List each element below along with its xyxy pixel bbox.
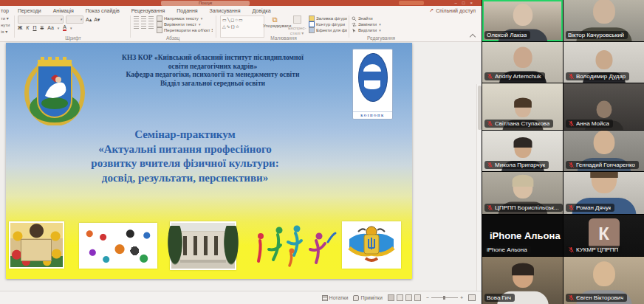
participant-tile[interactable]: iPhone Альона iPhone Альона <box>482 215 563 256</box>
bold-button[interactable]: Ж <box>18 25 22 30</box>
convert-smartart-button[interactable]: Перетворити на об'єкт SmartArt▾ <box>157 27 213 33</box>
view-switcher <box>388 294 421 301</box>
titlebar-highlight-button[interactable] <box>399 1 424 5</box>
tree-shape <box>167 226 183 267</box>
participant-tile[interactable]: Володимир Дудар <box>564 42 644 83</box>
participant-name-label: Микола Пригарчук <box>484 161 549 169</box>
scrollbar-thumb[interactable] <box>478 86 482 130</box>
shrink-font-button[interactable]: А▾ <box>94 17 100 23</box>
shape-fill-button[interactable]: Заливка фігури▾ <box>309 15 347 21</box>
bullets-icon[interactable] <box>134 16 139 21</box>
zoom-out-icon[interactable]: − <box>426 295 429 300</box>
find-button[interactable]: Знайти <box>352 15 411 21</box>
indent-icon[interactable] <box>148 16 154 21</box>
normal-view-button[interactable] <box>388 294 394 301</box>
quick-styles-button[interactable]: Експрес- стилі ▾ <box>288 15 306 36</box>
zoom-in-icon[interactable]: + <box>460 295 463 300</box>
font-color-button[interactable]: А <box>63 24 66 31</box>
replace-button[interactable]: Замінити▾ <box>352 21 411 27</box>
fit-slide-to-window-button[interactable] <box>468 294 476 301</box>
participant-name-label: Євген Вікторович <box>566 294 627 302</box>
screen: Пошук –□× тор Переходи Анімація Показ сл… <box>0 0 644 304</box>
participant-tile[interactable]: Євген Вікторович <box>564 257 644 304</box>
tab-view[interactable]: Подання <box>171 8 203 13</box>
ribbon-controls: ти ▾ нути ія ▾ ▾ ▾ А▴ А▾ Ж К <box>0 14 482 41</box>
participant-tile[interactable]: Геннадий Гончаренко <box>564 131 644 171</box>
share-button[interactable]: ↗Спільний доступ <box>429 7 476 13</box>
participant-tile[interactable]: Andriy Artemchuk <box>482 42 563 83</box>
strikethrough-button[interactable]: S <box>41 25 44 30</box>
font-group: ▾ ▾ А▴ А▾ Ж К П S Аа ▾ А ▾ <box>18 14 129 41</box>
slide-image-shevchenko-collage <box>9 221 64 269</box>
zoom-slider-thumb[interactable] <box>443 296 445 300</box>
tab-recording[interactable]: Записування <box>204 8 247 13</box>
select-button[interactable]: Виділити▾ <box>352 27 411 33</box>
participant-tile[interactable]: Світлана Ступакова <box>482 83 563 130</box>
participant-name-label: Роман Дячук <box>566 204 614 212</box>
participant-tile[interactable]: Микола Пригарчук <box>482 131 563 171</box>
comments-button[interactable]: Примітки <box>353 295 382 301</box>
tab-transitions[interactable]: Переходи <box>12 8 47 13</box>
slide-image-kyiv-oblast-coat-of-arms <box>342 221 401 269</box>
change-case-button[interactable]: Аа <box>47 25 54 30</box>
vertical-scrollbar[interactable] <box>476 84 482 304</box>
search-icon <box>352 16 357 21</box>
columns-icon[interactable] <box>141 24 146 29</box>
reading-view-button[interactable] <box>405 294 412 301</box>
slide-title-textbox[interactable]: Семінар-практикум «Актуальні питання про… <box>28 128 342 185</box>
numbering-icon[interactable] <box>141 16 146 21</box>
slide-image-institute-building <box>170 221 236 270</box>
participant-name: Геннадий Гончаренко <box>576 162 635 168</box>
shape-outline-button[interactable]: Контур фігури▾ <box>309 21 347 27</box>
font-size-combo[interactable]: ▾ <box>66 15 83 24</box>
grow-font-button[interactable]: А▴ <box>86 17 92 23</box>
titlebar-search-box[interactable]: Пошук <box>161 1 250 6</box>
participant-tile[interactable]: ЦПРПП Бориспільськ... <box>482 172 563 214</box>
share-icon: ↗ <box>429 7 434 13</box>
shapes-gallery[interactable]: ▭╲◻○▭ △∿{}☆ <box>220 15 264 38</box>
arrange-icon: ⧉ <box>263 15 287 24</box>
participant-name: ЦПРПП Бориспільськ... <box>495 204 559 211</box>
restore-icon[interactable]: □ <box>462 1 470 5</box>
participant-tile[interactable]: Олексій Лакіза <box>482 0 563 41</box>
participant-name-label: Володимир Дудар <box>566 72 629 80</box>
participant-avatar: К <box>589 218 620 249</box>
participant-tile[interactable]: Роман Дячук <box>564 172 644 214</box>
tab-slideshow[interactable]: Показ слайдів <box>80 8 126 13</box>
person-hair <box>512 263 534 275</box>
participant-tile[interactable]: Анна Мойса <box>564 83 644 130</box>
shape-effects-button[interactable]: Ефекти для фігур▾ <box>309 27 347 33</box>
minimize-icon[interactable]: – <box>455 1 462 5</box>
slide-sorter-view-button[interactable] <box>397 294 403 301</box>
tab-animations[interactable]: Анімація <box>47 8 80 13</box>
underline-button[interactable]: П <box>32 25 36 30</box>
text-direction-button[interactable]: Напрямок тексту▾ <box>157 15 213 21</box>
font-group-label: Шрифт <box>18 35 129 41</box>
close-icon[interactable]: × <box>470 1 478 5</box>
slide-canvas[interactable]: КНЗ КОР «Київський обласний інститут піс… <box>6 43 412 279</box>
notes-button[interactable]: Нотатки <box>322 295 349 301</box>
quick-styles-icon <box>293 15 301 24</box>
participant-tile[interactable]: Вова Гич <box>482 257 563 304</box>
align-icon[interactable] <box>148 24 154 29</box>
participant-tile[interactable]: Віктор Качуровський <box>564 0 644 41</box>
person-head <box>595 50 612 69</box>
arrange-button[interactable]: ⧉ Упорядкувати <box>263 15 287 28</box>
zoom-slider[interactable] <box>431 297 458 298</box>
slideshow-view-button[interactable] <box>414 294 421 301</box>
italic-button[interactable]: К <box>26 25 29 30</box>
tab-design-clipped[interactable]: тор <box>0 8 12 13</box>
muted-mic-icon <box>568 204 575 211</box>
editing-group: Знайти Замінити▾ Виділити▾ Редагування <box>352 14 411 41</box>
tab-help[interactable]: Довідка <box>246 8 276 13</box>
muted-mic-icon <box>568 120 575 127</box>
slide-header-textbox[interactable]: КНЗ КОР «Київський обласний інститут піс… <box>76 54 349 88</box>
participant-name-label: Анна Мойса <box>566 120 613 128</box>
font-name-combo[interactable]: ▾ <box>18 15 64 24</box>
align-text-button[interactable]: Вирівняти текст▾ <box>157 21 213 27</box>
tab-review[interactable]: Рецензування <box>126 8 171 13</box>
participant-tile[interactable]: К КУКМР ЦПРПП <box>564 215 644 256</box>
line-spacing-icon[interactable] <box>134 24 139 29</box>
slide-image-athletes-clipart <box>251 217 338 270</box>
window-controls: –□× <box>455 0 478 6</box>
